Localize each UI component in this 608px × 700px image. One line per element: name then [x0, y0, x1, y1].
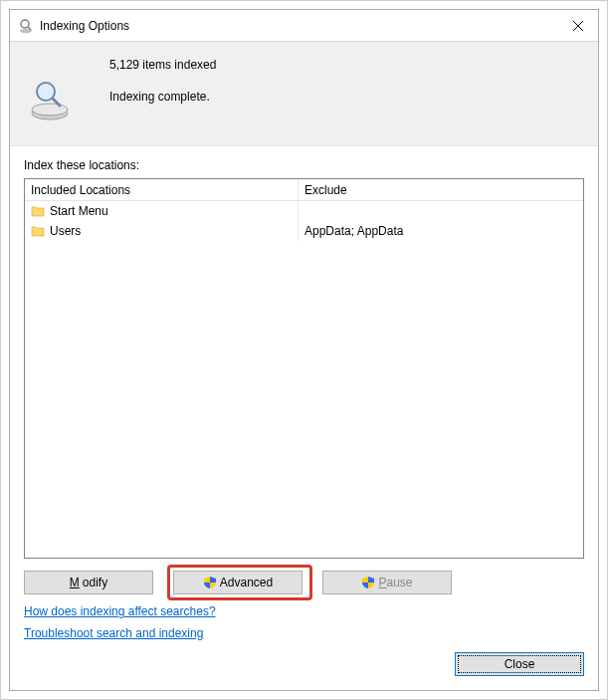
pause-button: Pause: [322, 571, 452, 594]
titlebar: Indexing Options: [10, 10, 598, 42]
window-title: Indexing Options: [40, 19, 564, 33]
modify-button[interactable]: Modify: [24, 571, 153, 594]
locations-label: Index these locations:: [10, 146, 598, 178]
indexing-icon: [18, 18, 34, 34]
header-included[interactable]: Included Locations: [25, 179, 299, 201]
footer: Close: [10, 642, 598, 690]
screenshot-frame: Indexing Options 5,129 items indexed: [0, 0, 608, 700]
folder-icon: [31, 204, 45, 218]
table-row[interactable]: Start Menu: [25, 201, 583, 221]
table-header: Included Locations Exclude: [25, 179, 583, 201]
header-exclude[interactable]: Exclude: [299, 179, 583, 201]
close-icon: [573, 21, 583, 31]
window-close-button[interactable]: [564, 14, 592, 38]
link-troubleshoot[interactable]: Troubleshoot search and indexing: [24, 626, 203, 640]
table-row[interactable]: Users AppData; AppData: [25, 221, 583, 241]
link-how-affect-row: How does indexing affect searches?: [10, 598, 598, 620]
drive-search-icon: [26, 76, 74, 123]
link-how-affect[interactable]: How does indexing affect searches?: [24, 604, 216, 618]
advanced-button[interactable]: Advanced: [173, 571, 303, 594]
row-exclude: AppData; AppData: [299, 221, 583, 241]
status-text: 5,129 items indexed Indexing complete.: [94, 58, 216, 123]
svg-point-6: [32, 104, 68, 116]
row-name: Users: [50, 224, 81, 238]
index-state: Indexing complete.: [109, 90, 216, 104]
item-count: 5,129 items indexed: [109, 58, 216, 72]
folder-icon: [31, 224, 45, 238]
status-area: 5,129 items indexed Indexing complete.: [10, 42, 598, 146]
row-name: Start Menu: [50, 204, 108, 218]
svg-point-1: [21, 20, 29, 28]
link-troubleshoot-row: Troubleshoot search and indexing: [10, 620, 598, 642]
close-button[interactable]: Close: [455, 652, 584, 676]
indexing-options-dialog: Indexing Options 5,129 items indexed: [9, 9, 599, 691]
table-rows: Start Menu Users AppData; AppData: [25, 201, 583, 558]
button-row: Modify Advanced: [10, 559, 598, 598]
shield-icon: [361, 576, 375, 589]
shield-icon: [203, 576, 217, 589]
locations-table: Included Locations Exclude Start Menu: [24, 178, 584, 559]
row-exclude: [299, 201, 583, 221]
